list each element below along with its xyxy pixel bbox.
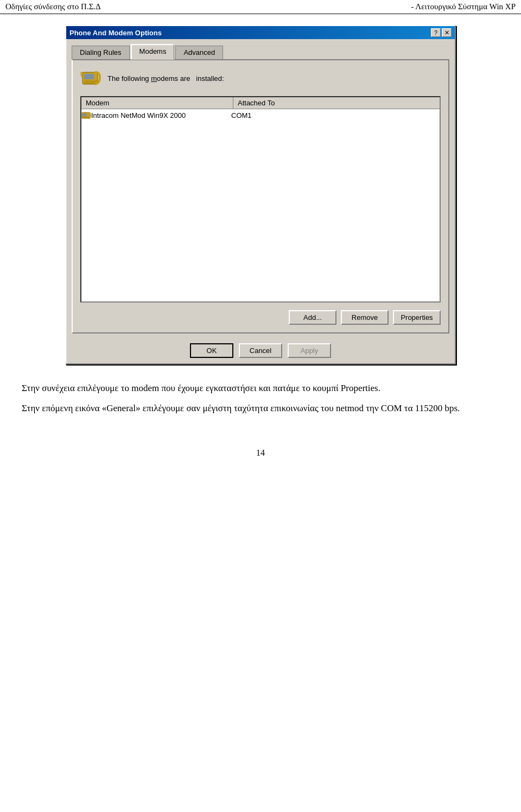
table-header: Modem Attached To [81,97,440,109]
tab-dialing-rules[interactable]: Dialing Rules [72,46,130,60]
phone-modem-dialog: Phone And Modem Options ? ✕ Dialing Rule… [65,25,456,364]
modem-table: Modem Attached To [80,96,441,303]
properties-button[interactable]: Properties [393,310,441,325]
tab-modems[interactable]: Modems [131,44,175,60]
header-left: Οδηγίες σύνδεσης στο Π.Σ.Δ [5,2,101,11]
col-header-attached: Attached To [233,97,440,109]
dialog-titlebar: Phone And Modem Options ? ✕ [66,26,455,39]
info-row: The following modems are installed: [80,68,441,89]
paragraph-1: Στην συνέχεια επιλέγουμε το modem που έχ… [22,381,499,395]
dialog-title: Phone And Modem Options [69,29,162,37]
dialog-bottom-buttons: OK Cancel Apply [66,339,455,363]
ok-button[interactable]: OK [190,343,233,358]
paragraph-2: Στην επόμενη εικόνα «General» επιλέγουμε… [22,401,499,416]
svg-rect-1 [84,74,94,79]
dialog-wrapper: Phone And Modem Options ? ✕ Dialing Rule… [22,25,499,364]
modem-name: Intracom NetMod Win9X 2000 [91,110,227,121]
tab-action-buttons: Add... Remove Properties [80,310,441,325]
table-row[interactable]: Intracom NetMod Win9X 2000 COM1 [81,109,440,122]
add-button[interactable]: Add... [289,310,336,325]
info-text: The following modems are installed: [107,74,224,83]
phone-icon [80,68,101,89]
tab-row: Dialing Rules Modems Advanced [72,43,449,59]
remove-button[interactable]: Remove [341,310,389,325]
tab-panel-modems: The following modems are installed: Mode… [72,59,449,333]
cancel-button[interactable]: Cancel [239,343,282,358]
text-section: Στην συνέχεια επιλέγουμε το modem που έχ… [22,381,499,416]
tab-advanced[interactable]: Advanced [175,46,223,60]
header-right: - Λειτουργικό Σύστημα Win XP [411,2,516,11]
svg-rect-6 [82,114,87,116]
modem-row-icon [81,111,91,121]
main-content: Phone And Modem Options ? ✕ Dialing Rule… [0,14,521,469]
col-header-modem: Modem [81,97,233,109]
titlebar-controls: ? ✕ [431,28,452,37]
page-number: 14 [22,448,499,458]
modem-port: COM1 [227,110,440,121]
help-button[interactable]: ? [431,28,441,37]
apply-button[interactable]: Apply [288,343,331,358]
close-button[interactable]: ✕ [442,28,452,37]
page-header: Οδηγίες σύνδεσης στο Π.Σ.Δ - Λειτουργικό… [0,0,521,14]
dialog-body: Dialing Rules Modems Advanced [66,39,455,339]
